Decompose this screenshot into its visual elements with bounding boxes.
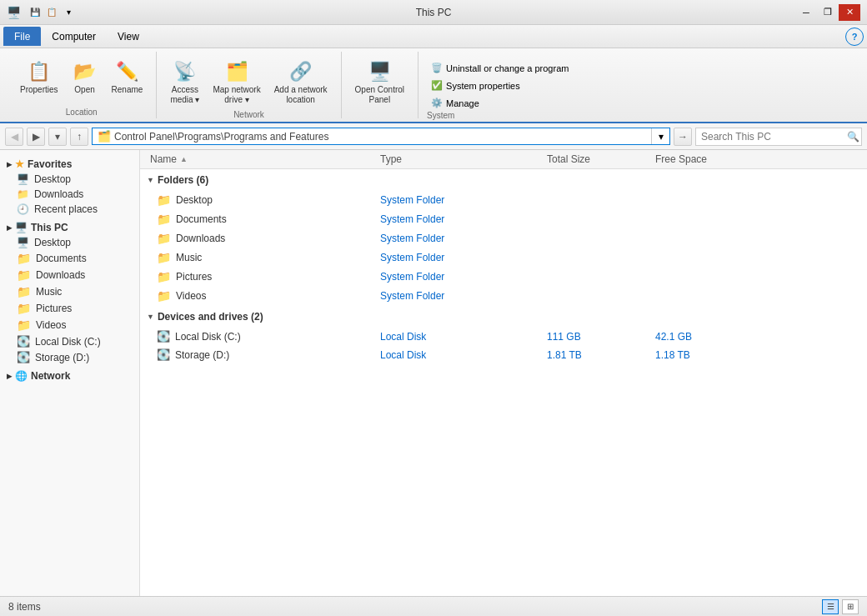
drive-c-total: 111 GB [547, 331, 655, 343]
sidebar-item-local-disk-c[interactable]: 💽 Local Disk (C:) [0, 333, 139, 349]
col-type-label: Type [380, 153, 402, 165]
tab-view[interactable]: View [107, 27, 150, 46]
details-view-btn[interactable]: ☰ [822, 599, 839, 614]
system-properties-btn[interactable]: ✅ System properties [427, 78, 573, 93]
sidebar-item-downloads-fav[interactable]: 📁 Downloads [0, 187, 139, 202]
ribbon-tabs: File Computer View ? [0, 25, 867, 48]
folder-name-downloads: 📁 Downloads [147, 232, 380, 245]
this-pc-section: ▶ 🖥️ This PC 🖥️ Desktop 📁 Documents 📁 Do… [0, 220, 139, 365]
drive-name-d: 💽 Storage (D:) [147, 348, 380, 361]
sidebar-item-downloads[interactable]: 📁 Downloads [0, 267, 139, 283]
sidebar-item-music[interactable]: 📁 Music [0, 283, 139, 300]
go-button[interactable]: → [674, 128, 692, 146]
add-network-location-btn[interactable]: 🔗 Add a networklocation [269, 55, 333, 108]
folders-section-header[interactable]: ▼ Folders (6) [140, 169, 867, 191]
manage-label: Manage [446, 98, 479, 108]
sidebar-item-recent-places[interactable]: 🕘 Recent places [0, 202, 139, 217]
large-icons-view-btn[interactable]: ⊞ [842, 599, 859, 614]
folder-videos-label: Videos [176, 290, 206, 302]
folder-icon-address: 🗂️ [98, 130, 111, 143]
properties-icon: 📋 [26, 58, 53, 85]
desktop-icon: 🖥️ [17, 173, 29, 185]
col-header-type[interactable]: Type [380, 153, 547, 165]
access-media-label: Accessmedia ▾ [170, 85, 199, 105]
tab-file[interactable]: File [3, 27, 41, 46]
qt-dropdown-btn[interactable]: ▾ [61, 5, 76, 20]
sidebar-item-videos[interactable]: 📁 Videos [0, 317, 139, 333]
table-row[interactable]: 💽 Local Disk (C:) Local Disk 111 GB 42.1… [140, 328, 867, 346]
table-row[interactable]: 📁 Downloads System Folder [140, 229, 867, 248]
col-total-label: Total Size [547, 153, 590, 165]
desktop-pc-icon: 🖥️ [17, 237, 29, 248]
help-button[interactable]: ? [845, 28, 864, 46]
col-name-label: Name [150, 153, 177, 165]
map-network-drive-btn[interactable]: 🗂️ Map networkdrive ▾ [208, 55, 265, 108]
back-button[interactable]: ◀ [5, 128, 23, 146]
folder-name-documents: 📁 Documents [147, 213, 380, 226]
sidebar-item-documents[interactable]: 📁 Documents [0, 250, 139, 267]
folder-downloads-type: System Folder [380, 233, 547, 244]
recent-locations-btn[interactable]: ▾ [48, 128, 67, 146]
system-small-buttons: 🗑️ Uninstall or change a program ✅ Syste… [427, 53, 573, 111]
search-input[interactable] [696, 131, 844, 143]
location-group-label: Location [66, 108, 98, 118]
view-buttons: ☰ ⊞ [822, 599, 859, 614]
up-button[interactable]: ↑ [70, 128, 88, 146]
forward-button[interactable]: ▶ [27, 128, 45, 146]
open-icon: 📂 [72, 58, 98, 85]
properties-ribbon-btn[interactable]: 📋 Properties [15, 55, 63, 98]
ribbon-group-network: 📡 Accessmedia ▾ 🗂️ Map networkdrive ▾ 🔗 … [157, 52, 341, 118]
open-control-panel-btn[interactable]: 🖥️ Open ControlPanel [350, 55, 409, 108]
drive-d-label: Storage (D:) [175, 349, 229, 361]
search-icon[interactable]: 🔍 [844, 128, 861, 145]
column-headers: Name ▲ Type Total Size Free Space [140, 150, 867, 169]
table-row[interactable]: 💽 Storage (D:) Local Disk 1.81 TB 1.18 T… [140, 346, 867, 364]
sidebar-recent-label: Recent places [34, 203, 98, 215]
table-row[interactable]: 📁 Desktop System Folder [140, 191, 867, 210]
folder-name-desktop: 📁 Desktop [147, 193, 380, 207]
table-row[interactable]: 📁 Documents System Folder [140, 210, 867, 229]
folder-pictures-type: System Folder [380, 271, 547, 283]
sidebar-item-pictures[interactable]: 📁 Pictures [0, 300, 139, 317]
qt-save-btn[interactable]: 💾 [28, 5, 43, 20]
network-header[interactable]: ▶ 🌐 Network [0, 368, 139, 383]
sidebar-item-desktop-fav[interactable]: 🖥️ Desktop [0, 172, 139, 187]
network-arrow: ▶ [7, 373, 12, 380]
open-ribbon-btn[interactable]: 📂 Open [67, 55, 103, 98]
folder-videos-icon: 📁 [157, 289, 171, 303]
system-group-label: System [427, 111, 454, 122]
close-button[interactable]: ✕ [839, 4, 860, 21]
rename-icon: ✏️ [113, 58, 140, 85]
col-header-name[interactable]: Name ▲ [147, 153, 380, 165]
qt-properties-btn[interactable]: 📋 [44, 5, 59, 20]
this-pc-header[interactable]: ▶ 🖥️ This PC [0, 220, 139, 235]
table-row[interactable]: 📁 Music System Folder [140, 248, 867, 268]
table-row[interactable]: 📁 Videos System Folder [140, 287, 867, 306]
col-header-total[interactable]: Total Size [547, 153, 655, 165]
downloads-icon: 📁 [17, 268, 31, 282]
sidebar-item-storage-d[interactable]: 💽 Storage (D:) [0, 349, 139, 365]
folders-collapse-arrow: ▼ [147, 176, 154, 184]
drive-d-icon: 💽 [157, 348, 170, 361]
table-row[interactable]: 📁 Pictures System Folder [140, 268, 867, 287]
sidebar-local-disk-c-label: Local Disk (C:) [35, 336, 101, 348]
rename-ribbon-btn[interactable]: ✏️ Rename [107, 55, 148, 98]
restore-button[interactable]: ❐ [817, 4, 839, 21]
access-media-btn[interactable]: 📡 Accessmedia ▾ [165, 55, 204, 108]
file-area: Name ▲ Type Total Size Free Space ▼ Fold… [140, 150, 867, 596]
minimize-button[interactable]: ─ [795, 4, 817, 21]
folder-downloads-icon: 📁 [157, 232, 171, 245]
address-dropdown-btn[interactable]: ▾ [651, 128, 669, 144]
main-area: ▶ ★ Favorites 🖥️ Desktop 📁 Downloads 🕘 R… [0, 150, 867, 596]
manage-btn[interactable]: ⚙️ Manage [427, 95, 573, 111]
col-header-free[interactable]: Free Space [655, 153, 764, 165]
favorites-header[interactable]: ▶ ★ Favorites [0, 157, 139, 172]
uninstall-programs-btn[interactable]: 🗑️ Uninstall or change a program [427, 60, 573, 76]
drive-name-c: 💽 Local Disk (C:) [147, 330, 380, 343]
manage-icon: ⚙️ [431, 98, 443, 108]
folder-name-videos: 📁 Videos [147, 289, 380, 303]
tab-computer[interactable]: Computer [41, 27, 107, 46]
sidebar-item-desktop-pc[interactable]: 🖥️ Desktop [0, 235, 139, 250]
drives-section-header[interactable]: ▼ Devices and drives (2) [140, 306, 867, 328]
folder-music-type: System Folder [380, 252, 547, 263]
